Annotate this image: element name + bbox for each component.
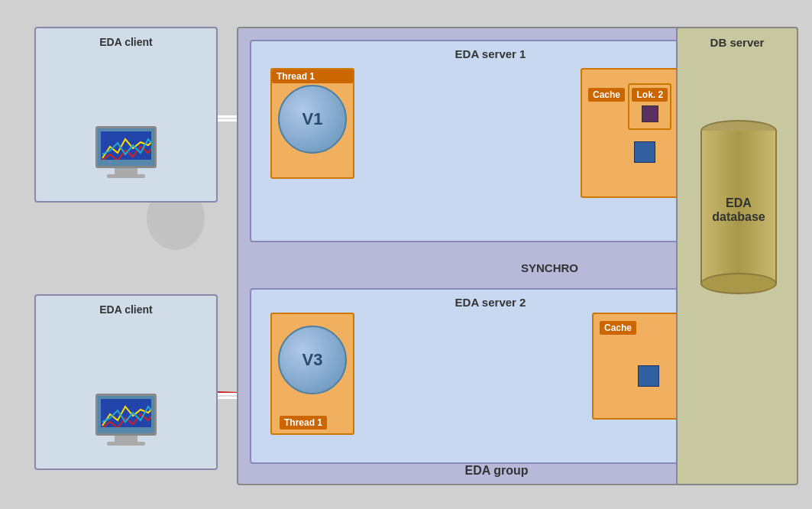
eda-server2-label: EDA server 2	[455, 296, 526, 309]
database-cylinder: EDAdatabase	[693, 120, 785, 294]
cache-square-blue-server2	[638, 365, 659, 387]
eda-client2-label: EDA client	[99, 303, 153, 316]
lok-label: Lok. 2	[632, 88, 668, 102]
thread1-box-server2: V3 Thread 1	[270, 313, 354, 435]
thread1-label-server1: Thread 1	[272, 70, 353, 83]
database-label: EDAdatabase	[712, 196, 765, 224]
db-server-label: DB server	[710, 36, 765, 49]
cache-label-server1: Cache	[588, 88, 625, 102]
eda-client2-box: EDA client	[34, 294, 218, 470]
eda-group-label: EDA group	[465, 464, 529, 478]
db-server-box: DB server EDAdatabase	[676, 27, 798, 485]
synchro-label: SYNCHRO	[521, 261, 578, 274]
v1-circle: V1	[278, 85, 347, 154]
eda-server1-label: EDA server 1	[455, 47, 526, 60]
cache-square-blue-server1	[634, 141, 655, 163]
lok-square-dark	[642, 105, 658, 122]
computer-icon-client2	[95, 394, 157, 446]
eda-server1-box: EDA server 1 Thread 1 V1 Cache Lok. 2	[250, 40, 731, 242]
cache-label-server2: Cache	[600, 321, 636, 335]
eda-client1-box: EDA client	[34, 27, 218, 203]
eda-client1-label: EDA client	[99, 36, 153, 48]
v3-circle: V3	[278, 326, 347, 394]
thread1-label-server2: Thread 1	[280, 416, 327, 430]
computer-icon-client1	[95, 126, 157, 178]
thread1-box-server1: Thread 1 V1	[270, 68, 354, 179]
eda-server2-box: EDA server 2 V3 Thread 1 Cache	[250, 288, 731, 464]
diagram-container: EDA server 1 Thread 1 V1 Cache Lok. 2	[11, 11, 798, 497]
